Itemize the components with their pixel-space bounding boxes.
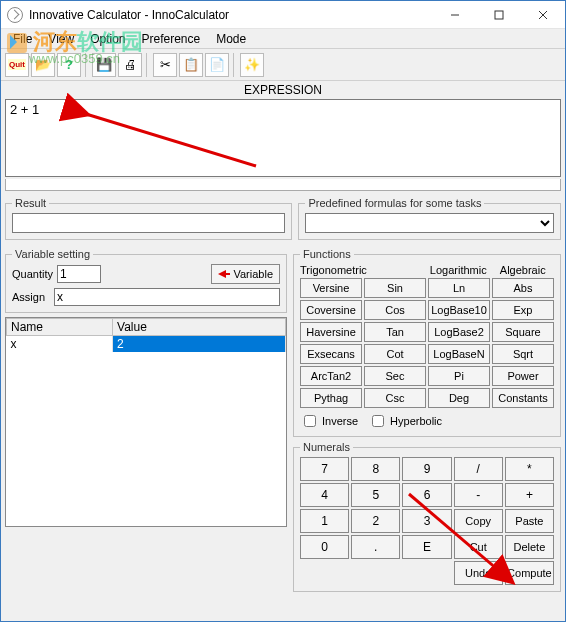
result-output <box>12 213 285 233</box>
func-sin-button[interactable]: Sin <box>364 278 426 298</box>
tool-cut-button[interactable]: ✂ <box>153 53 177 77</box>
tool-wand-button[interactable]: ✨ <box>240 53 264 77</box>
func-constants-button[interactable]: Constants <box>492 388 554 408</box>
numpad-3-button[interactable]: 3 <box>402 509 451 533</box>
func-deg-button[interactable]: Deg <box>428 388 490 408</box>
inverse-checkbox[interactable] <box>304 415 316 427</box>
menu-option[interactable]: Option <box>82 31 133 47</box>
numpad-6-button[interactable]: 6 <box>402 483 451 507</box>
numpad-delete-button[interactable]: Delete <box>505 535 554 559</box>
menu-preference[interactable]: Preference <box>134 31 209 47</box>
help-icon: ? <box>65 57 73 72</box>
functions-legend: Functions <box>300 248 354 260</box>
tool-help-button[interactable]: ? <box>57 53 81 77</box>
func-logbase2-button[interactable]: LogBase2 <box>428 322 490 342</box>
numpad-9-button[interactable]: 9 <box>402 457 451 481</box>
paste-icon: 📄 <box>209 57 225 72</box>
col-name[interactable]: Name <box>7 319 113 336</box>
func-versine-button[interactable]: Versine <box>300 278 362 298</box>
func-cos-button[interactable]: Cos <box>364 300 426 320</box>
func-ln-button[interactable]: Ln <box>428 278 490 298</box>
tool-open-button[interactable]: 📂 <box>31 53 55 77</box>
func-csc-button[interactable]: Csc <box>364 388 426 408</box>
cell-name[interactable]: x <box>7 336 113 353</box>
cell-value[interactable]: 2 <box>113 336 286 353</box>
result-fieldset: Result <box>5 197 292 240</box>
func-tan-button[interactable]: Tan <box>364 322 426 342</box>
numpad-undo-button[interactable]: Undo <box>454 561 503 585</box>
func-abs-button[interactable]: Abs <box>492 278 554 298</box>
numpad-compute-button[interactable]: Compute <box>505 561 554 585</box>
func-pi-button[interactable]: Pi <box>428 366 490 386</box>
tool-quit-button[interactable]: Quit <box>5 53 29 77</box>
hyperbolic-checkbox[interactable] <box>372 415 384 427</box>
expression-label: EXPRESSION <box>5 83 561 97</box>
svg-rect-1 <box>495 11 503 19</box>
toolbar: Quit 📂 ? 💾 🖨 ✂ 📋 📄 ✨ <box>1 49 565 81</box>
table-row: x 2 <box>7 336 286 353</box>
func-square-button[interactable]: Square <box>492 322 554 342</box>
close-button[interactable] <box>521 1 565 29</box>
titlebar: Innovative Calculator - InnoCalculator <box>1 1 565 29</box>
menu-file[interactable]: File <box>5 31 40 47</box>
func-exp-button[interactable]: Exp <box>492 300 554 320</box>
hyperbolic-checkbox-label[interactable]: Hyperbolic <box>368 412 442 430</box>
func-haversine-button[interactable]: Haversine <box>300 322 362 342</box>
functions-fieldset: Functions Trigonometric Logarithmic Alge… <box>293 248 561 437</box>
col-value[interactable]: Value <box>113 319 286 336</box>
func-sqrt-button[interactable]: Sqrt <box>492 344 554 364</box>
numpad-paste-button[interactable]: Paste <box>505 509 554 533</box>
assign-input[interactable] <box>54 288 280 306</box>
arrow-left-icon <box>218 270 230 278</box>
numpad-0-button[interactable]: 0 <box>300 535 349 559</box>
variable-setting-fieldset: Variable setting Quantity Variable Assig… <box>5 248 287 313</box>
numpad-1-button[interactable]: 1 <box>300 509 349 533</box>
numpad-copy-button[interactable]: Copy <box>454 509 503 533</box>
func-logbasen-button[interactable]: LogBaseN <box>428 344 490 364</box>
wand-icon: ✨ <box>244 57 260 72</box>
tool-print-button[interactable]: 🖨 <box>118 53 142 77</box>
menu-mode[interactable]: Mode <box>208 31 254 47</box>
variable-button[interactable]: Variable <box>211 264 280 284</box>
predefined-select[interactable] <box>305 213 554 233</box>
numpad-cut-button[interactable]: Cut <box>454 535 503 559</box>
numpad-8-button[interactable]: 8 <box>351 457 400 481</box>
func-pythag-button[interactable]: Pythag <box>300 388 362 408</box>
numpad-x-button[interactable]: * <box>505 457 554 481</box>
menu-view[interactable]: View <box>40 31 82 47</box>
quantity-input[interactable] <box>57 265 101 283</box>
func-arctan2-button[interactable]: ArcTan2 <box>300 366 362 386</box>
cat-alg: Algebraic <box>492 264 555 276</box>
app-icon <box>7 7 23 23</box>
numpad-7-button[interactable]: 7 <box>300 457 349 481</box>
func-sec-button[interactable]: Sec <box>364 366 426 386</box>
numpad-e-button[interactable]: E <box>402 535 451 559</box>
tool-save-button[interactable]: 💾 <box>92 53 116 77</box>
expression-input[interactable] <box>5 99 561 177</box>
predefined-fieldset: Predefined formulas for some tasks <box>298 197 561 240</box>
cat-log: Logarithmic <box>427 264 490 276</box>
numpad-x-button[interactable]: . <box>351 535 400 559</box>
func-cot-button[interactable]: Cot <box>364 344 426 364</box>
app-window: Innovative Calculator - InnoCalculator F… <box>0 0 566 622</box>
numpad-x-button[interactable]: / <box>454 457 503 481</box>
numpad-x-button[interactable]: + <box>505 483 554 507</box>
numpad-2-button[interactable]: 2 <box>351 509 400 533</box>
maximize-button[interactable] <box>477 1 521 29</box>
tool-paste-button[interactable]: 📄 <box>205 53 229 77</box>
func-exsecans-button[interactable]: Exsecans <box>300 344 362 364</box>
result-legend: Result <box>12 197 49 209</box>
svg-marker-4 <box>218 270 230 278</box>
func-coversine-button[interactable]: Coversine <box>300 300 362 320</box>
func-power-button[interactable]: Power <box>492 366 554 386</box>
numpad-4-button[interactable]: 4 <box>300 483 349 507</box>
cat-trig: Trigonometric <box>300 264 425 276</box>
inverse-checkbox-label[interactable]: Inverse <box>300 412 358 430</box>
variable-table[interactable]: Name Value x 2 <box>5 317 287 527</box>
tool-copy-button[interactable]: 📋 <box>179 53 203 77</box>
numpad-5-button[interactable]: 5 <box>351 483 400 507</box>
quit-icon: Quit <box>8 59 26 70</box>
func-logbase10-button[interactable]: LogBase10 <box>428 300 490 320</box>
numpad-x-button[interactable]: - <box>454 483 503 507</box>
minimize-button[interactable] <box>433 1 477 29</box>
